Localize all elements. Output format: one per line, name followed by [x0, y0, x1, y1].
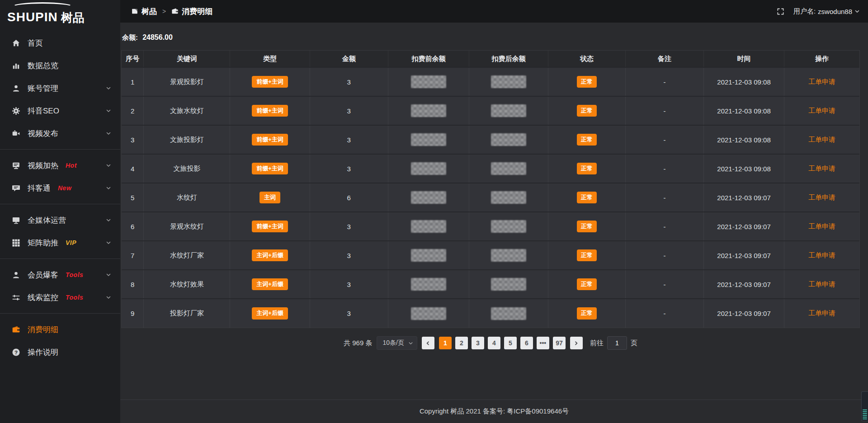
cell-balance-before — [388, 299, 469, 328]
breadcrumb-item-consumption[interactable]: 消费明细 — [171, 6, 212, 17]
cell-type: 前缀+主词 — [230, 67, 310, 96]
fullscreen-button[interactable] — [777, 8, 784, 15]
sidebar-item-matrix-boost[interactable]: 矩阵助推VIP — [0, 231, 120, 254]
work-order-link[interactable]: 工单申请 — [808, 136, 835, 143]
cell-action: 工单申请 — [784, 270, 859, 299]
masked-value — [491, 278, 526, 291]
cell-balance-before — [388, 183, 469, 212]
page-button-5[interactable]: 5 — [504, 337, 517, 349]
status-badge: 正常 — [577, 76, 597, 88]
column-header: 备注 — [626, 51, 704, 67]
table-row: 4文旅投影前缀+主词3正常-2021-12-03 09:08工单申请 — [122, 154, 859, 183]
user-menu[interactable]: 用户名: zswodun88 — [793, 7, 860, 16]
table-row: 9投影灯厂家主词+后缀3正常-2021-12-03 09:07工单申请 — [122, 299, 859, 328]
question-icon: ? — [12, 348, 20, 357]
chevron-down-icon — [106, 185, 111, 191]
cell-keyword: 文旅投影 — [144, 154, 230, 183]
sidebar-item-lead-monitoring[interactable]: 线索监控Tools — [0, 286, 120, 309]
chevron-down-icon — [106, 85, 111, 91]
cell-balance-after — [469, 125, 548, 154]
work-order-link[interactable]: 工单申请 — [808, 222, 835, 230]
cell-time: 2021-12-03 09:08 — [704, 154, 784, 183]
sidebar-item-media-operation[interactable]: 全媒体运营 — [0, 209, 120, 231]
sidebar-item-label: 会员爆客 — [28, 270, 58, 280]
cell-keyword: 文旅投影灯 — [144, 125, 230, 154]
work-order-link[interactable]: 工单申请 — [808, 107, 835, 114]
work-order-link[interactable]: 工单申请 — [808, 78, 835, 85]
cell-amount: 3 — [310, 270, 388, 299]
work-order-link[interactable]: 工单申请 — [808, 251, 835, 259]
sidebar-item-label: 账号管理 — [28, 83, 58, 94]
page-button-3[interactable]: 3 — [472, 337, 484, 349]
cell-status: 正常 — [548, 96, 625, 125]
member-icon — [12, 271, 20, 279]
cell-index: 4 — [122, 154, 144, 183]
type-badge: 主词+后缀 — [252, 249, 288, 261]
video-icon — [12, 129, 20, 138]
goto-page-input[interactable] — [607, 336, 627, 350]
cell-index: 3 — [122, 125, 144, 154]
column-header: 扣费前余额 — [388, 51, 469, 67]
cell-balance-before — [388, 125, 469, 154]
work-order-link[interactable]: 工单申请 — [808, 164, 835, 172]
pagination: 共 969 条 10条/页 123456•••97 前往 页 — [121, 336, 860, 350]
masked-value — [491, 75, 526, 88]
masked-value — [411, 104, 446, 117]
goto-unit: 页 — [631, 339, 637, 348]
type-badge: 主词+后缀 — [252, 307, 288, 319]
chevron-down-icon — [106, 163, 111, 168]
page-button-4[interactable]: 4 — [488, 337, 500, 349]
sidebar-item-home[interactable]: 首页 — [0, 32, 120, 54]
cell-amount: 3 — [310, 67, 388, 96]
breadcrumb-item-app[interactable]: 树品 — [131, 6, 157, 17]
cell-time: 2021-12-03 09:08 — [704, 96, 784, 125]
cell-time: 2021-12-03 09:07 — [704, 299, 784, 328]
floating-widget[interactable] — [861, 391, 868, 421]
cell-balance-after — [469, 241, 548, 270]
column-header: 金额 — [310, 51, 388, 67]
cell-action: 工单申请 — [784, 212, 859, 241]
cell-keyword: 水纹灯 — [144, 183, 230, 212]
page-button-6[interactable]: 6 — [520, 337, 533, 349]
page-ellipsis-button[interactable]: ••• — [537, 337, 549, 349]
cell-balance-before — [388, 67, 469, 96]
cell-balance-after — [469, 299, 548, 328]
work-order-link[interactable]: 工单申请 — [808, 280, 835, 288]
column-header: 操作 — [784, 51, 859, 67]
sidebar-item-video-publish[interactable]: 视频发布 — [0, 122, 120, 145]
sidebar-item-data-overview[interactable]: 数据总览 — [0, 54, 120, 77]
cell-type: 主词+后缀 — [230, 270, 310, 299]
cell-amount: 3 — [310, 125, 388, 154]
work-order-link[interactable]: 工单申请 — [808, 309, 835, 317]
page-button-2[interactable]: 2 — [455, 337, 468, 349]
page-button-97[interactable]: 97 — [553, 337, 566, 349]
cell-balance-before — [388, 241, 469, 270]
cell-time: 2021-12-03 09:07 — [704, 212, 784, 241]
breadcrumb-label: 树品 — [142, 6, 157, 17]
page-size-select[interactable]: 10条/页 — [377, 336, 417, 350]
cell-index: 6 — [122, 212, 144, 241]
user-icon — [12, 84, 20, 93]
prev-page-button[interactable] — [422, 337, 434, 349]
sidebar-item-label: 抖客通 — [28, 183, 51, 193]
sidebar-item-douketong[interactable]: 抖客通New — [0, 177, 120, 199]
sidebar-item-consumption-details[interactable]: 消费明细 — [0, 318, 120, 341]
sidebar-item-member-marketing[interactable]: 会员爆客Tools — [0, 263, 120, 286]
next-page-button[interactable] — [570, 337, 583, 349]
column-header: 时间 — [704, 51, 784, 67]
sidebar-item-account-management[interactable]: 账号管理 — [0, 77, 120, 99]
type-badge: 前缀+主词 — [252, 221, 288, 232]
sidebar-item-douyin-seo[interactable]: 抖音SEO — [0, 99, 120, 122]
cell-keyword: 景观投影灯 — [144, 67, 230, 96]
masked-value — [491, 133, 526, 146]
sidebar-item-video-heating[interactable]: 视频加热Hot — [0, 154, 120, 177]
cell-balance-after — [469, 183, 548, 212]
chevron-down-icon — [854, 9, 860, 14]
sliders-icon — [12, 293, 20, 302]
cell-keyword: 投影灯厂家 — [144, 299, 230, 328]
sidebar-item-instructions[interactable]: ?操作说明 — [0, 341, 120, 363]
footer: Copyright 树品 2021 备案号: 粤ICP备09019646号 — [120, 400, 868, 423]
page-button-1[interactable]: 1 — [439, 337, 452, 349]
cell-status: 正常 — [548, 212, 625, 241]
work-order-link[interactable]: 工单申请 — [808, 193, 835, 201]
